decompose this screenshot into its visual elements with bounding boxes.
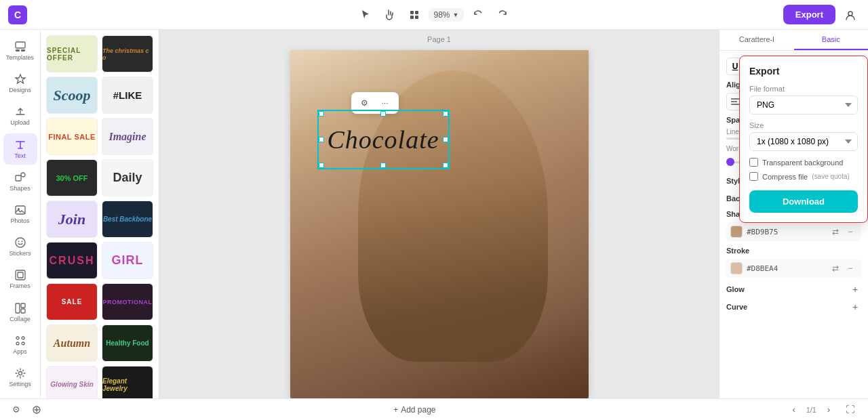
tab-basic[interactable]: Basic [794, 30, 869, 50]
add-page-btn[interactable]: + Add page [388, 403, 441, 417]
glow-title: Glow [726, 285, 745, 293]
shadow-adjust-btn[interactable]: ⇄ [829, 225, 842, 238]
resize-handle-tr[interactable] [443, 111, 448, 117]
stroke-color-row: #D8BEA4 ⇄ − [726, 259, 861, 278]
text-element-selected[interactable]: Chocolate [317, 110, 450, 169]
template-item[interactable]: Autumn [46, 324, 98, 362]
template-item[interactable]: #LIKE [102, 77, 153, 114]
download-button[interactable]: Download [749, 190, 858, 213]
compress-file-checkbox[interactable] [749, 172, 758, 181]
svg-point-4 [848, 12, 852, 16]
stroke-adjust-btn[interactable]: ⇄ [829, 261, 842, 275]
sidebar-label-upload: Upload [10, 119, 30, 126]
redo-btn[interactable] [492, 5, 513, 25]
template-item[interactable]: Imagine [102, 118, 153, 155]
template-item[interactable]: CRUSH [46, 242, 98, 279]
stroke-color-swatch[interactable] [730, 262, 743, 274]
cursor-tool-btn[interactable] [355, 5, 376, 25]
canvas-text[interactable]: Chocolate [327, 125, 439, 154]
sidebar-item-photos[interactable]: Photos [3, 198, 37, 230]
bottom-bar: ⚙ + Add page ‹ 1/1 › ⛶ [0, 398, 868, 420]
size-select[interactable]: 1x (1080 x 1080 px) 2x (2160 x 2160 px) [749, 132, 858, 151]
shadow-remove-btn[interactable]: − [844, 225, 857, 238]
sidebar-item-apps[interactable]: Apps [3, 329, 37, 360]
glow-add-btn[interactable]: + [849, 283, 861, 295]
undo-btn[interactable] [468, 5, 488, 25]
template-item[interactable]: Elegant Jewelry [102, 366, 153, 398]
export-button[interactable]: Export [783, 5, 835, 24]
export-panel: Export File format PNG JPG PDF SVG Size … [739, 56, 868, 223]
stroke-title: Stroke [726, 247, 749, 255]
grid-view-btn[interactable] [404, 5, 425, 25]
bottom-left: ⚙ [8, 402, 45, 418]
svg-point-20 [16, 337, 19, 339]
template-item[interactable]: Daily [102, 159, 153, 196]
hand-tool-btn[interactable] [380, 5, 400, 25]
template-item[interactable]: GIRL [102, 242, 153, 279]
canvas-area: Page 1 ⚙ ··· Choco [159, 30, 719, 398]
resize-handle-lm[interactable] [319, 137, 324, 142]
more-options-btn[interactable]: ··· [377, 95, 393, 111]
sidebar-item-settings[interactable]: Settings [3, 362, 37, 393]
svg-rect-15 [16, 270, 25, 280]
template-item[interactable]: Join [46, 201, 98, 238]
svg-point-9 [21, 173, 25, 177]
template-item[interactable]: PROMOTIONAL [102, 283, 153, 320]
curve-section-header: Curve + [726, 301, 861, 313]
resize-handle-br[interactable] [443, 163, 448, 168]
template-item[interactable]: 30% OFF [46, 159, 98, 196]
sidebar-item-text[interactable]: Text [3, 133, 37, 165]
template-item[interactable]: FINAL SALE [46, 118, 98, 155]
sidebar-item-collage[interactable]: Collage [3, 297, 37, 328]
resize-handle-rm[interactable] [443, 137, 448, 142]
fullscreen-btn[interactable]: ⛶ [841, 400, 860, 419]
sidebar-item-upload[interactable]: Upload [3, 100, 37, 131]
next-page-btn[interactable]: › [819, 400, 838, 419]
template-item[interactable]: Special Offer [46, 35, 98, 72]
curve-add-btn[interactable]: + [849, 301, 861, 313]
canvas[interactable]: ⚙ ··· Chocolate ↺ [290, 50, 589, 398]
resize-handle-bl[interactable] [319, 163, 324, 168]
svg-rect-1 [415, 11, 418, 14]
template-item[interactable]: Scoop [46, 77, 98, 114]
settings-floating-btn[interactable]: ⚙ [357, 95, 373, 111]
sidebar-label-collage: Collage [9, 316, 31, 322]
svg-rect-5 [16, 42, 25, 48]
zoom-control[interactable]: 98% ▼ [429, 8, 465, 22]
topbar: C 98% ▼ Export [0, 0, 868, 30]
compress-note: (save quota) [812, 173, 850, 180]
resize-handle-tl[interactable] [319, 111, 324, 117]
glow-section-header: Glow + [726, 283, 861, 295]
fit-btn[interactable] [28, 402, 45, 418]
resize-handle-bm[interactable] [380, 163, 386, 168]
template-item[interactable]: Glowing Skin [46, 366, 98, 398]
stroke-section-header: Stroke [726, 247, 861, 255]
svg-point-23 [22, 342, 24, 345]
template-item[interactable]: Healthy Food [102, 324, 153, 362]
topbar-left: C [8, 5, 218, 24]
template-item[interactable]: Best Backbone [102, 201, 153, 238]
resize-handle-tm[interactable] [380, 111, 386, 117]
transparent-bg-row[interactable]: Transparent background [749, 158, 858, 167]
file-format-select[interactable]: PNG JPG PDF SVG [749, 96, 858, 114]
sidebar-item-stickers[interactable]: Stickers [3, 231, 37, 262]
sidebar-item-designs[interactable]: Designs [3, 68, 37, 99]
profile-btn[interactable] [841, 5, 860, 24]
settings-bottom-btn[interactable]: ⚙ [8, 402, 24, 418]
stroke-remove-btn[interactable]: − [844, 261, 857, 275]
template-item[interactable]: The christmas c o [102, 35, 153, 72]
stroke-color-hex: #D8BEA4 [747, 264, 778, 273]
shadow-color-swatch[interactable] [730, 226, 743, 238]
prev-page-btn[interactable]: ‹ [785, 400, 804, 419]
sidebar-item-shapes[interactable]: Shapes [3, 166, 37, 197]
sidebar-label-shapes: Shapes [9, 185, 31, 192]
sidebar-label-frames: Frames [9, 282, 31, 289]
templates-grid: Special Offer The christmas c o Scoop #L… [46, 35, 153, 398]
tab-carattere[interactable]: Carattere-l [719, 30, 794, 50]
compress-file-row[interactable]: Compress file (save quota) [749, 172, 858, 181]
template-item[interactable]: SALE [46, 283, 98, 320]
sidebar-label-designs: Designs [9, 87, 31, 93]
sidebar-item-frames[interactable]: Frames [3, 264, 37, 295]
sidebar-item-templates[interactable]: Templates [3, 35, 37, 66]
transparent-bg-checkbox[interactable] [749, 158, 758, 167]
